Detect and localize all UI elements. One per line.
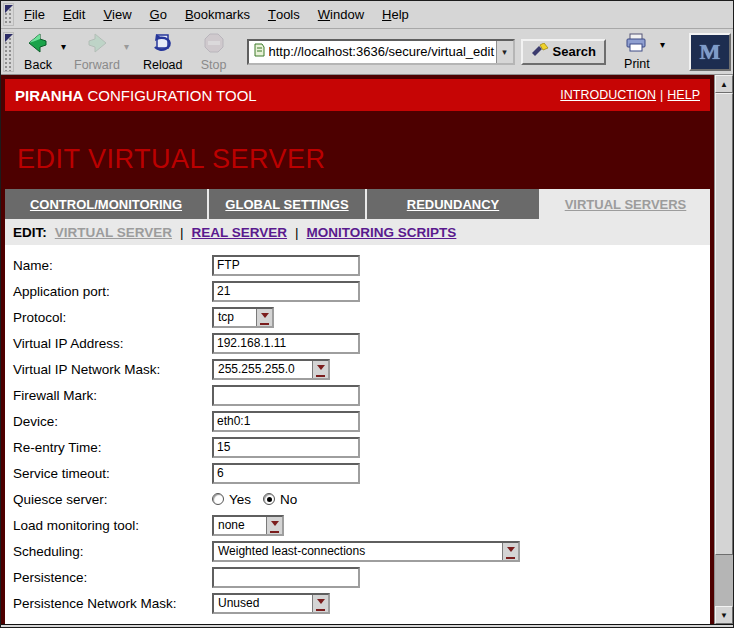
select-dropdown-icon[interactable] — [312, 361, 328, 378]
tab-bar: CONTROL/MONITORINGGLOBAL SETTINGSREDUNDA… — [5, 189, 710, 219]
subnav-real-server-link[interactable]: REAL SERVER — [192, 225, 288, 240]
scheduling-select[interactable]: Weighted least-connections — [212, 541, 520, 562]
device-label: Device: — [13, 414, 212, 429]
printer-icon — [625, 33, 649, 57]
form-row-persistence-network-mask: Persistence Network Mask:Unused — [13, 590, 710, 616]
menu-tools[interactable]: Tools — [259, 1, 309, 28]
firewall-mark-input[interactable] — [212, 385, 360, 406]
subnav-separator: | — [180, 225, 184, 240]
forward-label: Forward — [74, 58, 120, 72]
print-label: Print — [624, 57, 650, 71]
service-timeout-input[interactable] — [212, 463, 360, 484]
virtual-ip-network-mask-select[interactable]: 255.255.255.0 — [212, 359, 330, 380]
form-row-application-port: Application port: — [13, 278, 710, 304]
device-input[interactable] — [212, 411, 360, 432]
subnav-virtual-server-link[interactable]: VIRTUAL SERVER — [55, 225, 172, 240]
brand-title: PIRANHA CONFIGURATION TOOL — [15, 87, 257, 104]
vertical-scrollbar: ▲ ▼ — [714, 75, 733, 624]
menu-edit[interactable]: Edit — [54, 1, 94, 28]
persistence-network-mask-select[interactable]: Unused — [212, 593, 330, 614]
subnav-monitoring-scripts-link[interactable]: MONITORING SCRIPTS — [307, 225, 457, 240]
menu-file[interactable]: File — [15, 1, 54, 28]
scroll-down-icon[interactable]: ▼ — [715, 606, 733, 624]
form-row-firewall-mark: Firewall Mark: — [13, 382, 710, 408]
virtual-ip-address-label: Virtual IP Address: — [13, 336, 212, 351]
menu-go[interactable]: Go — [141, 1, 176, 28]
form-row-virtual-ip-address: Virtual IP Address: — [13, 330, 710, 356]
print-button[interactable]: Print — [614, 30, 660, 74]
re-entry-time-input[interactable] — [212, 437, 360, 458]
menu-window[interactable]: Window — [309, 1, 373, 28]
mozilla-logo-letter: M — [700, 39, 721, 65]
back-dropdown-icon[interactable]: ▾ — [61, 41, 66, 52]
virtual-ip-address-input[interactable] — [212, 333, 360, 354]
mozilla-logo[interactable]: M — [689, 33, 731, 71]
tab-control-monitoring[interactable]: CONTROL/MONITORING — [5, 189, 207, 219]
reload-button[interactable]: Reload — [139, 30, 187, 74]
select-dropdown-icon[interactable] — [312, 595, 328, 612]
virtual-ip-network-mask-label: Virtual IP Network Mask: — [13, 362, 212, 377]
menu-bookmarks[interactable]: Bookmarks — [176, 1, 259, 28]
stop-label: Stop — [201, 58, 227, 72]
scheduling-selected-value: Weighted least-connections — [214, 544, 502, 558]
select-dropdown-icon[interactable] — [502, 543, 518, 560]
persistence-label: Persistence: — [13, 570, 212, 585]
quiesce-server-radio-group: YesNo — [212, 492, 309, 507]
back-label: Back — [24, 58, 52, 72]
forward-dropdown-icon[interactable]: ▾ — [124, 41, 129, 52]
window-bottom-edge — [1, 624, 733, 627]
service-timeout-label: Service timeout: — [13, 466, 212, 481]
radio-option-label: Yes — [229, 492, 251, 507]
persistence-input[interactable] — [212, 567, 360, 588]
quiesce-server-radio-no[interactable] — [263, 493, 275, 505]
protocol-label: Protocol: — [13, 310, 212, 325]
page-icon — [252, 43, 266, 61]
piranha-page: PIRANHA CONFIGURATION TOOL INTRODUCTION|… — [1, 75, 714, 624]
tab-redundancy[interactable]: REDUNDANCY — [365, 189, 539, 219]
flashlight-icon — [531, 43, 549, 60]
select-dropdown-icon[interactable] — [266, 517, 282, 534]
toolbar-grippy[interactable] — [3, 3, 14, 26]
tab-virtual-servers[interactable]: VIRTUAL SERVERS — [539, 189, 710, 219]
form-row-persistence: Persistence: — [13, 564, 710, 590]
select-dropdown-icon[interactable] — [256, 309, 272, 326]
forward-button[interactable]: Forward — [70, 30, 124, 74]
scheduling-label: Scheduling: — [13, 544, 212, 559]
introduction-link[interactable]: INTRODUCTION — [560, 88, 656, 102]
form-row-protocol: Protocol:tcp — [13, 304, 710, 330]
print-dropdown-icon[interactable]: ▾ — [660, 39, 665, 50]
form-row-name: Name: — [13, 252, 710, 278]
form-row-service-timeout: Service timeout: — [13, 460, 710, 486]
scrollbar-trough[interactable] — [715, 555, 733, 606]
application-port-input[interactable] — [212, 281, 360, 302]
scrollbar-thumb[interactable] — [715, 93, 733, 555]
firewall-mark-label: Firewall Mark: — [13, 388, 212, 403]
help-link[interactable]: HELP — [667, 88, 700, 102]
stop-button[interactable]: Stop — [191, 30, 237, 74]
quiesce-server-radio-yes[interactable] — [212, 493, 224, 505]
protocol-select[interactable]: tcp — [212, 307, 274, 328]
load-monitoring-tool-label: Load monitoring tool: — [13, 518, 212, 533]
page-header-bar: PIRANHA CONFIGURATION TOOL INTRODUCTION|… — [5, 79, 710, 111]
reload-icon — [151, 32, 175, 58]
application-port-label: Application port: — [13, 284, 212, 299]
menu-help[interactable]: Help — [373, 1, 418, 28]
navigation-toolbar: Back ▾ Forward ▾ Reload — [1, 29, 733, 75]
name-label: Name: — [13, 258, 212, 273]
search-button[interactable]: Search — [521, 39, 606, 65]
scroll-up-icon[interactable]: ▲ — [715, 75, 733, 93]
toolbar-grippy[interactable] — [3, 32, 14, 72]
menu-view[interactable]: View — [94, 1, 140, 28]
load-monitoring-tool-select[interactable]: none — [212, 515, 284, 536]
brand-rest: CONFIGURATION TOOL — [83, 87, 256, 104]
back-button[interactable]: Back — [15, 30, 61, 74]
name-input[interactable] — [212, 255, 360, 276]
url-dropdown-icon[interactable]: ▾ — [496, 41, 513, 63]
tab-global-settings[interactable]: GLOBAL SETTINGS — [207, 189, 365, 219]
brand-strong: PIRANHA — [15, 87, 83, 104]
form-row-quiesce-server: Quiesce server:YesNo — [13, 486, 710, 512]
title-zone: EDIT VIRTUAL SERVER — [5, 111, 710, 189]
search-label: Search — [553, 44, 596, 59]
url-input[interactable] — [269, 44, 496, 59]
header-link-separator: | — [660, 88, 663, 102]
